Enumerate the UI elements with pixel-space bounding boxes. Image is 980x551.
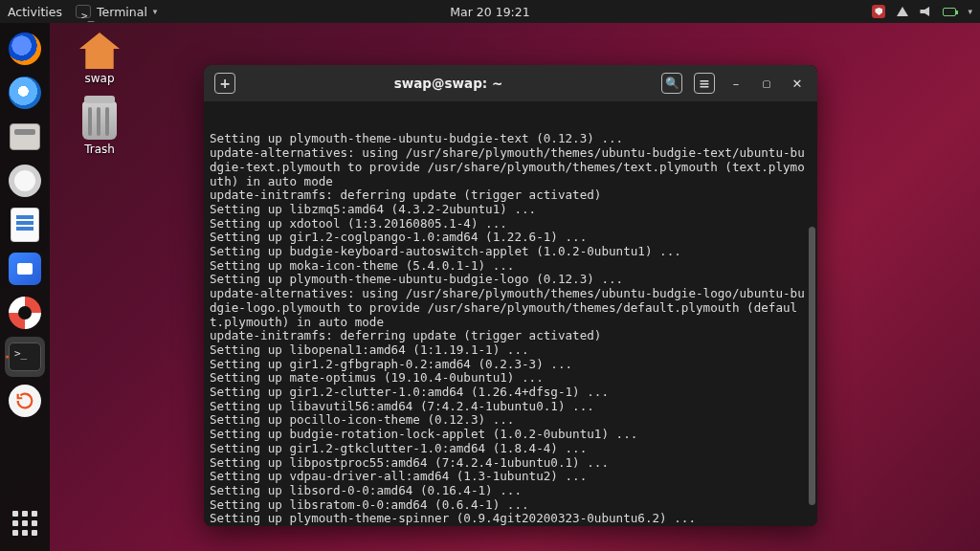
desktop-icon-trash[interactable]: Trash (69, 101, 130, 156)
search-button[interactable]: 🔍 (658, 70, 685, 97)
dock-app-software[interactable] (5, 249, 45, 289)
chevron-down-icon: ▾ (153, 7, 158, 16)
dock-app-firefox[interactable] (5, 29, 45, 69)
dock-app-thunderbird[interactable] (5, 73, 45, 113)
thunderbird-icon (9, 77, 41, 109)
window-title: swap@swap: ~ (244, 76, 653, 91)
close-button[interactable]: ✕ (785, 71, 810, 96)
security-shield-icon[interactable] (872, 5, 885, 18)
terminal-window: + swap@swap: ~ 🔍 ≡ – ▢ ✕ Setting up plym… (204, 65, 817, 526)
terminal-icon (76, 5, 91, 18)
activities-button[interactable]: Activities (8, 5, 62, 19)
dock-app-files[interactable] (5, 117, 45, 157)
software-store-icon (9, 253, 41, 285)
close-icon: ✕ (792, 77, 803, 91)
dock-app-help[interactable] (5, 293, 45, 333)
volume-icon[interactable] (920, 7, 931, 16)
app-menu[interactable]: Terminal ▾ (76, 5, 157, 19)
scrollbar-thumb[interactable] (809, 227, 815, 505)
terminal-icon (9, 342, 41, 371)
battery-icon[interactable] (943, 8, 956, 16)
desktop-icon-label: Trash (84, 143, 115, 156)
dock-app-rhythmbox[interactable] (5, 161, 45, 201)
show-applications-button[interactable] (5, 503, 45, 543)
dock-app-writer[interactable] (5, 205, 45, 245)
rhythmbox-icon (9, 165, 41, 197)
dock-app-terminal[interactable] (5, 337, 45, 377)
dock-app-updater[interactable] (5, 381, 45, 421)
menu-button[interactable]: ≡ (691, 70, 718, 97)
help-icon (9, 297, 41, 329)
top-bar: Activities Terminal ▾ Mar 20 19:21 ▾ (0, 0, 980, 23)
document-icon (11, 209, 38, 241)
clock[interactable]: Mar 20 19:21 (450, 5, 529, 19)
files-icon (10, 123, 40, 150)
app-menu-label: Terminal (97, 5, 147, 19)
dock (0, 23, 50, 551)
hamburger-icon: ≡ (694, 73, 715, 94)
minimize-icon: – (733, 77, 740, 91)
home-folder-icon (79, 33, 120, 69)
terminal-output[interactable]: Setting up plymouth-theme-ubuntu-budgie-… (204, 101, 817, 526)
firefox-icon (9, 33, 41, 65)
maximize-button[interactable]: ▢ (754, 71, 779, 96)
terminal-headerbar: + swap@swap: ~ 🔍 ≡ – ▢ ✕ (204, 65, 817, 101)
desktop-icon-label: swap (84, 72, 114, 85)
wifi-icon[interactable] (897, 7, 908, 16)
minimize-button[interactable]: – (724, 71, 748, 96)
apps-grid-icon (12, 511, 37, 536)
plus-icon: + (214, 73, 235, 94)
software-updater-icon (9, 385, 41, 417)
search-icon: 🔍 (661, 73, 682, 94)
desktop-icon-home[interactable]: swap (69, 33, 130, 85)
trash-icon (82, 101, 117, 140)
chevron-down-icon[interactable]: ▾ (968, 7, 972, 16)
scrollbar[interactable] (809, 107, 815, 505)
maximize-icon: ▢ (762, 78, 770, 89)
new-tab-button[interactable]: + (212, 70, 238, 97)
